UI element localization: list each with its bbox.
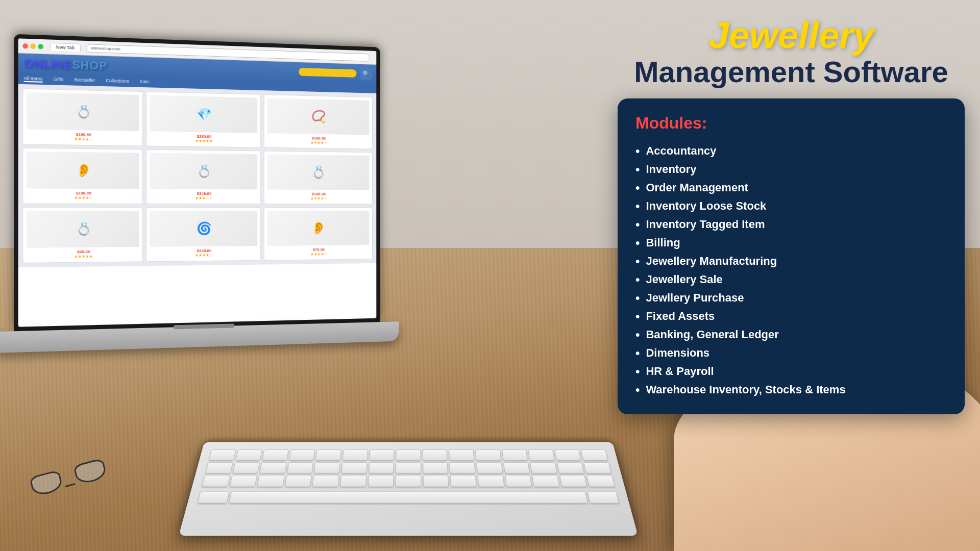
spacebar-key[interactable] xyxy=(229,491,588,504)
search-icon: 🔍 xyxy=(362,70,370,78)
product-image: 💍 xyxy=(27,92,139,131)
key[interactable] xyxy=(583,462,611,473)
key[interactable] xyxy=(232,462,260,473)
key[interactable] xyxy=(476,462,503,473)
key[interactable] xyxy=(285,475,312,487)
key[interactable] xyxy=(502,449,528,461)
key[interactable] xyxy=(229,475,257,487)
product-item[interactable]: 💍 $40.00 ★★★★★ xyxy=(22,207,143,263)
search-button[interactable]: 🔍 xyxy=(360,68,372,80)
module-label: Jewellery Sale xyxy=(646,273,722,286)
browser-minimize-btn[interactable] xyxy=(30,43,36,49)
key[interactable] xyxy=(477,475,504,487)
module-label: Fixed Assets xyxy=(646,310,715,323)
nav-bestseller[interactable]: Bestseller xyxy=(74,77,95,84)
key[interactable] xyxy=(423,475,449,487)
module-label: Inventory Loose Stock xyxy=(646,199,766,213)
key[interactable] xyxy=(554,449,581,461)
key[interactable] xyxy=(423,449,448,461)
nav-sale[interactable]: Sale xyxy=(139,79,149,86)
shift-key[interactable] xyxy=(197,491,229,504)
product-image: 💎 xyxy=(150,95,257,133)
key[interactable] xyxy=(505,475,532,487)
tab-label: New Tab xyxy=(56,44,75,51)
product-item[interactable]: 💍 $349.00 ★★★☆☆ xyxy=(146,149,260,205)
key[interactable] xyxy=(559,475,587,487)
laptop-hinge xyxy=(174,323,234,329)
module-label: Banking, General Ledger xyxy=(646,328,778,341)
key[interactable] xyxy=(262,449,288,461)
key[interactable] xyxy=(449,449,474,461)
keyboard[interactable] xyxy=(179,442,638,536)
shop-title-online: ONLINE xyxy=(23,57,72,71)
key[interactable] xyxy=(369,462,394,473)
list-item-fixed-assets: Fixed Assets xyxy=(635,307,947,325)
product-item[interactable]: 💍 $190.95 ★★★★☆ xyxy=(22,88,143,146)
search-bar[interactable] xyxy=(299,68,356,78)
key[interactable] xyxy=(396,462,421,473)
browser-close-btn[interactable] xyxy=(22,43,28,48)
key[interactable] xyxy=(396,449,421,461)
laptop: New Tab onlineshop.com ONLINESHOP 🔍 xyxy=(0,0,431,419)
nav-gifts[interactable]: Gifts xyxy=(54,77,64,83)
module-label: Dimensions xyxy=(646,346,709,360)
key[interactable] xyxy=(287,462,313,473)
key[interactable] xyxy=(257,475,284,487)
key[interactable] xyxy=(289,449,315,461)
key[interactable] xyxy=(475,449,501,461)
product-rating: ★★★★☆ xyxy=(267,252,369,257)
right-panel: Jewellery Management Software Modules: A… xyxy=(618,15,965,414)
nav-collections[interactable]: Collections xyxy=(106,78,129,85)
product-image: 🌀 xyxy=(150,211,257,247)
browser-maximize-btn[interactable] xyxy=(38,44,43,49)
product-item[interactable]: 💎 $280.00 ★★★★★ xyxy=(146,91,260,147)
list-item-jewellery-sale: Jewellery Sale xyxy=(635,270,947,289)
modules-list: Accountancy Inventory Order Management I… xyxy=(635,142,947,399)
key[interactable] xyxy=(450,475,477,487)
product-item[interactable]: 👂 $75.00 ★★★★☆ xyxy=(264,207,373,261)
list-item-order-management: Order Management xyxy=(635,179,947,197)
product-image: 💍 xyxy=(27,211,139,248)
shop-title-shop: SHOP xyxy=(72,58,107,72)
key[interactable] xyxy=(340,475,366,487)
product-item[interactable]: 🌀 $249.00 ★★★★☆ xyxy=(146,207,260,262)
key[interactable] xyxy=(202,475,230,487)
product-image: 💍 xyxy=(267,155,369,190)
key[interactable] xyxy=(312,475,339,487)
product-item[interactable]: 👂 $190.95 ★★★★☆ xyxy=(22,148,143,204)
list-item-jewellery-manufacturing: Jewellery Manufacturing xyxy=(635,252,947,270)
list-item-inventory-loose-stock: Inventory Loose Stock xyxy=(635,197,947,215)
key[interactable] xyxy=(369,449,394,461)
key[interactable] xyxy=(557,462,584,473)
product-rating: ★★★★☆ xyxy=(267,196,369,201)
key[interactable] xyxy=(235,449,262,461)
url-text: onlineshop.com xyxy=(91,46,120,52)
key[interactable] xyxy=(396,475,422,487)
key[interactable] xyxy=(315,449,341,461)
key[interactable] xyxy=(450,462,476,473)
key[interactable] xyxy=(586,475,615,487)
key[interactable] xyxy=(259,462,286,473)
title-management: Management Software xyxy=(618,56,965,88)
key[interactable] xyxy=(341,462,367,473)
shop-title: ONLINESHOP xyxy=(23,57,107,73)
product-rating: ★★★★☆ xyxy=(267,140,369,146)
key[interactable] xyxy=(528,449,554,461)
key[interactable] xyxy=(342,449,368,461)
key[interactable] xyxy=(530,462,557,473)
key[interactable] xyxy=(314,462,340,473)
key[interactable] xyxy=(208,449,236,461)
module-label: Warehouse Inventory, Stocks & Items xyxy=(646,383,845,396)
key[interactable] xyxy=(532,475,559,487)
enter-key[interactable] xyxy=(587,491,619,504)
browser-tab[interactable]: New Tab xyxy=(50,43,81,52)
key[interactable] xyxy=(503,462,530,473)
key[interactable] xyxy=(581,449,608,461)
nav-all-items[interactable]: All Items xyxy=(23,76,42,82)
key[interactable] xyxy=(423,462,448,473)
modules-card: Modules: Accountancy Inventory Order Man… xyxy=(618,98,965,414)
key[interactable] xyxy=(368,475,394,487)
product-item[interactable]: 💍 $148.00 ★★★★☆ xyxy=(264,151,373,205)
product-item[interactable]: 📿 $180.00 ★★★★☆ xyxy=(264,94,373,149)
key[interactable] xyxy=(205,462,233,473)
